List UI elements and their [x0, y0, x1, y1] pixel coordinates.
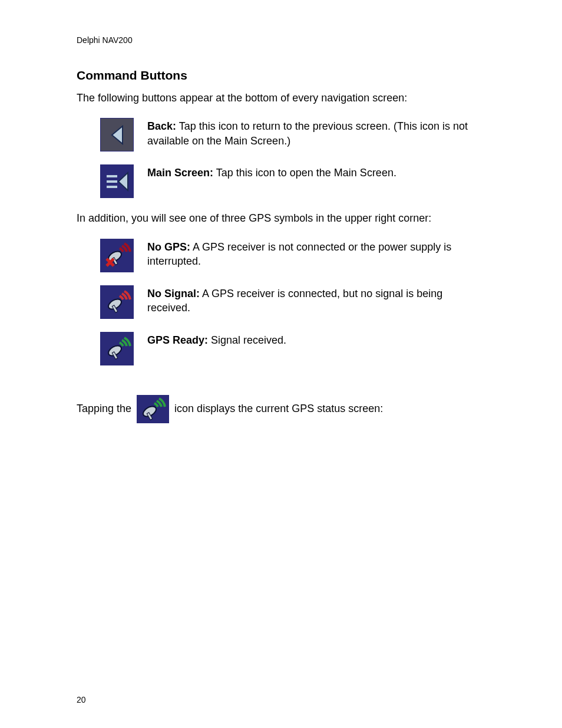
main-text: Tap this icon to open the Main Screen.	[213, 167, 396, 179]
svg-rect-2	[107, 180, 117, 183]
back-icon	[100, 118, 134, 151]
no-signal-label: No Signal:	[147, 288, 200, 299]
no-gps-desc: No GPS: A GPS receiver is not connected …	[147, 239, 485, 269]
gps-ready-label: GPS Ready:	[147, 334, 208, 346]
main-screen-icon	[100, 164, 134, 198]
tapping-paragraph: Tapping the icon displays the current GP…	[77, 395, 485, 423]
no-signal-icon	[100, 285, 134, 319]
row-back: Back: Tap this icon to return to the pre…	[77, 118, 485, 151]
svg-marker-4	[118, 173, 128, 190]
tapping-after: icon displays the current GPS status scr…	[174, 402, 383, 414]
section-title: Command Buttons	[77, 68, 485, 83]
gps-ready-inline-icon	[137, 395, 169, 423]
no-signal-desc: No Signal: A GPS receiver is connected, …	[147, 285, 485, 315]
gps-ready-desc: GPS Ready: Signal received.	[147, 332, 485, 347]
svg-marker-0	[112, 126, 123, 144]
no-gps-icon	[100, 239, 134, 272]
page-header-product: Delphi NAV200	[77, 35, 485, 45]
back-text: Tap this icon to return to the previous …	[147, 120, 468, 146]
row-no-signal: No Signal: A GPS receiver is connected, …	[77, 285, 485, 319]
row-no-gps: No GPS: A GPS receiver is not connected …	[77, 239, 485, 272]
no-gps-label: No GPS:	[147, 241, 190, 253]
svg-rect-3	[107, 186, 117, 188]
main-desc: Main Screen: Tap this icon to open the M…	[147, 164, 485, 180]
section-intro: The following buttons appear at the bott…	[77, 91, 485, 105]
back-desc: Back: Tap this icon to return to the pre…	[147, 118, 485, 148]
main-label: Main Screen:	[147, 167, 213, 179]
gps-intro: In addition, you will see one of three G…	[77, 211, 485, 225]
row-gps-ready: GPS Ready: Signal received.	[77, 332, 485, 365]
gps-ready-icon	[100, 332, 134, 365]
page-number: 20	[77, 695, 86, 704]
tapping-before: Tapping the	[77, 402, 134, 414]
svg-rect-1	[107, 175, 117, 177]
back-label: Back:	[147, 120, 176, 132]
gps-ready-text: Signal received.	[208, 334, 286, 346]
row-main: Main Screen: Tap this icon to open the M…	[77, 164, 485, 198]
no-gps-text: A GPS receiver is not connected or the p…	[147, 241, 451, 267]
